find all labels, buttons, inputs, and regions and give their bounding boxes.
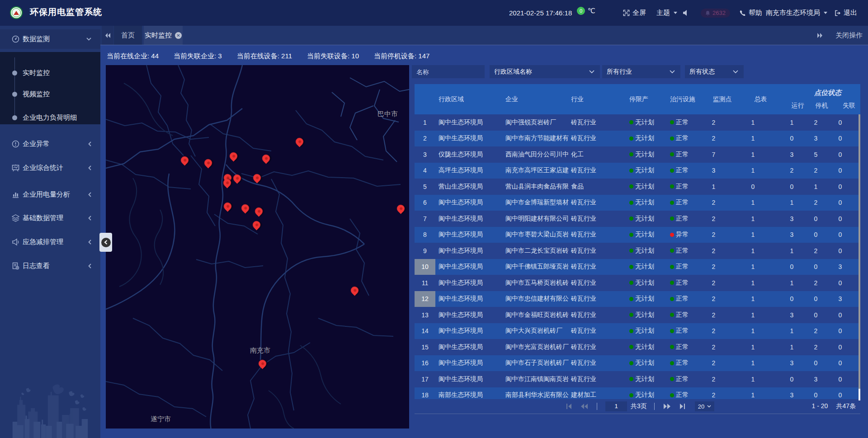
temperature-unit: ℃: [588, 7, 595, 15]
close-operations-button[interactable]: 关闭操作: [835, 31, 863, 40]
name-filter-input[interactable]: [412, 68, 485, 75]
table-row[interactable]: 5 营山生态环境局 营山县润丰肉食品有限 食品 无计划 正常 1 0 0 1 0: [415, 179, 859, 195]
seq-cell: 4: [415, 163, 435, 179]
table-row[interactable]: 16 阆中生态环境局 阆中市石子页岩机砖厂 砖瓦行业 无计划 正常 2 1 3 …: [415, 355, 859, 372]
sidebar-item-4[interactable]: 应急减排管理: [0, 233, 100, 251]
plan-status-dot: [629, 137, 633, 141]
table-row[interactable]: 13 阆中生态环境局 阆中市金福旺页岩机砖 砖瓦行业 无计划 正常 2 1 3 …: [415, 307, 859, 323]
table-row[interactable]: 10 阆中生态环境局 阆中千佛镇五郎垭页岩 砖瓦行业 无计划 正常 2 1 0 …: [415, 259, 859, 275]
lost-count-cell: 3: [828, 291, 859, 307]
sidebar-item-data-monitor[interactable]: 数据监测: [0, 29, 100, 49]
col-header-total[interactable]: 总表: [741, 84, 780, 114]
speaker-icon[interactable]: [683, 10, 688, 16]
last-page-button[interactable]: [679, 404, 686, 409]
sidebar-item-0[interactable]: 企业异常: [0, 135, 100, 153]
table-row[interactable]: 4 高坪生态环境局 南充市高坪区王家店建 砖瓦行业 无计划 正常 3 1 2 2…: [415, 163, 859, 179]
org-caret-icon: [824, 12, 827, 14]
industry-cell: 砖瓦行业: [569, 243, 626, 259]
col-header-plan[interactable]: 停限产: [626, 84, 665, 114]
table-row[interactable]: 11 阆中生态环境局 阆中市五马桥页岩机砖 砖瓦行业 无计划 正常 2 1 1 …: [415, 275, 859, 291]
col-header-run[interactable]: 运行: [786, 102, 810, 110]
table-row[interactable]: 14 阆中生态环境局 阆中大兴页岩机砖厂 砖瓦行业 无计划 正常 2 1 1 2…: [415, 323, 859, 339]
bell-icon: [705, 10, 710, 16]
first-page-button[interactable]: [566, 404, 572, 409]
org-dropdown[interactable]: 南充市生态环境局: [766, 0, 827, 26]
theme-dropdown[interactable]: 主题: [656, 0, 677, 26]
name-filter-field[interactable]: [412, 65, 485, 78]
plan-status-dot: [629, 233, 633, 237]
col-header-lost[interactable]: 失联: [834, 102, 864, 110]
monitor-count-cell: 2: [703, 131, 741, 147]
notification-badge[interactable]: 2632: [701, 0, 730, 26]
next-page-button[interactable]: [664, 404, 670, 409]
table-row[interactable]: 9 阆中生态环境局 阆中市二龙长宝页岩砖 砖瓦行业 无计划 正常 2 1 1 2…: [415, 243, 859, 259]
region-cell: 阆中生态环境局: [435, 227, 503, 243]
col-header-facility[interactable]: 治污设施: [665, 84, 703, 114]
col-header-industry[interactable]: 行业: [569, 84, 626, 114]
region-filter-select[interactable]: 行政区域名称: [490, 65, 600, 78]
tab-home[interactable]: 首页: [114, 26, 142, 45]
col-header-stop[interactable]: 停机: [810, 102, 834, 110]
theme-label: 主题: [656, 9, 670, 17]
stat-item: 当前在线设备: 211: [237, 52, 292, 61]
plan-status-dot: [629, 169, 633, 173]
table-row[interactable]: 6 阆中生态环境局 阆中市金博瑞新型墙材 砖瓦行业 无计划 正常 2 1 1 2…: [415, 195, 859, 211]
run-count-cell: 2: [780, 163, 804, 179]
sidebar-item-label: 企业用电量分析: [23, 190, 70, 199]
page-size-value: 20: [698, 403, 704, 410]
sidebar-subitem[interactable]: 实时监控: [0, 68, 100, 77]
tab-realtime-monitor[interactable]: 实时监控 ✕: [144, 26, 183, 45]
sidebar-subitem[interactable]: 视频监控: [0, 89, 100, 99]
bar-chart-icon: [12, 191, 19, 198]
logout-button[interactable]: 退出: [835, 0, 857, 26]
chevron-left-icon: [88, 165, 91, 170]
sidebar-item-5[interactable]: 日志查看: [0, 257, 100, 275]
sidebar-subitem[interactable]: 企业电力负荷明细: [0, 113, 100, 122]
facility-cell: 正常: [665, 211, 703, 227]
run-count-cell: 0: [780, 259, 804, 275]
tabs-scroll-left-button[interactable]: [102, 26, 113, 45]
fullscreen-button[interactable]: 全屏: [623, 0, 646, 26]
help-label: 帮助: [749, 9, 762, 17]
plan-cell: 无计划: [626, 195, 665, 211]
col-header-region[interactable]: 行政区域: [435, 84, 503, 114]
table-row[interactable]: 17 阆中生态环境局 阆中市江南镇阆南页岩 砖瓦行业 无计划 正常 2 1 0 …: [415, 371, 859, 387]
plan-cell: 无计划: [626, 323, 665, 339]
industry-filter-select[interactable]: 所有行业: [602, 65, 680, 78]
logout-icon: [835, 10, 841, 16]
table-row[interactable]: 7 阆中生态环境局 阆中明阳建材有限公司 砖瓦行业 无计划 正常 2 1 3 0…: [415, 211, 859, 227]
table-row[interactable]: 2 阆中生态环境局 阆中市南方节能建材有 砖瓦行业 无计划 正常 2 1 0 3…: [415, 131, 859, 147]
sidebar-item-1[interactable]: 企业综合统计: [0, 159, 100, 177]
seq-cell: 11: [415, 275, 435, 291]
region-cell: 阆中生态环境局: [435, 243, 503, 259]
sidebar-item-2[interactable]: 企业用电量分析: [0, 185, 100, 203]
run-count-cell: 1: [780, 339, 804, 355]
table-row[interactable]: 15 阆中生态环境局 阆中市光富页岩机砖厂 砖瓦行业 无计划 正常 2 1 1 …: [415, 339, 859, 355]
page-size-select[interactable]: 20: [695, 401, 714, 411]
table-row[interactable]: 18 南部生态环境局 南部县利华水泥有限公 建材加工 无计划 正常 2 1 3 …: [415, 387, 859, 400]
table-scrollbar-thumb[interactable]: [859, 114, 860, 389]
region-cell: 阆中生态环境局: [435, 211, 503, 227]
table-row[interactable]: 12 阆中生态环境局 阆中市忠信建材有限公 砖瓦行业 无计划 正常 2 1 0 …: [415, 291, 859, 307]
facility-status-dot: [670, 233, 674, 237]
page-number-input[interactable]: 1: [605, 401, 627, 411]
col-header-company[interactable]: 企业: [503, 84, 569, 114]
table-row[interactable]: 8 阆中生态环境局 阆中市枣碧大梁山页岩 砖瓦行业 无计划 异常 2 1 3 0…: [415, 227, 859, 243]
map-collapse-button[interactable]: [99, 233, 112, 252]
facility-status-dot: [670, 313, 674, 317]
table-scrollbar[interactable]: [859, 114, 860, 400]
sidebar-item-3[interactable]: 基础数据管理: [0, 209, 100, 227]
status-filter-select[interactable]: 所有状态: [685, 65, 744, 78]
tab-close-icon[interactable]: ✕: [175, 32, 182, 39]
chevron-left-icon: [88, 216, 91, 221]
tab-home-label: 首页: [121, 31, 135, 40]
tabs-scroll-right-icon[interactable]: [817, 33, 823, 38]
map-panel[interactable]: 巴中市南充市遂宁市: [106, 65, 409, 429]
prev-page-button[interactable]: [581, 404, 588, 409]
table-row[interactable]: 1 阆中生态环境局 阆中强锐页岩砖厂 砖瓦行业 无计划 正常 2 1 1 2 0: [415, 114, 859, 131]
table-row[interactable]: 3 仪陇生态环境局 西南油气田分公司川中 化工 无计划 正常 7 1 3 5 0: [415, 146, 859, 163]
help-button[interactable]: 帮助: [740, 0, 762, 26]
col-header-monitor[interactable]: 监测点: [703, 84, 741, 114]
stats-bar: 当前在线企业: 44当前失联企业: 3当前在线设备: 211当前失联设备: 10…: [107, 52, 429, 61]
run-count-cell: 1: [780, 195, 804, 211]
